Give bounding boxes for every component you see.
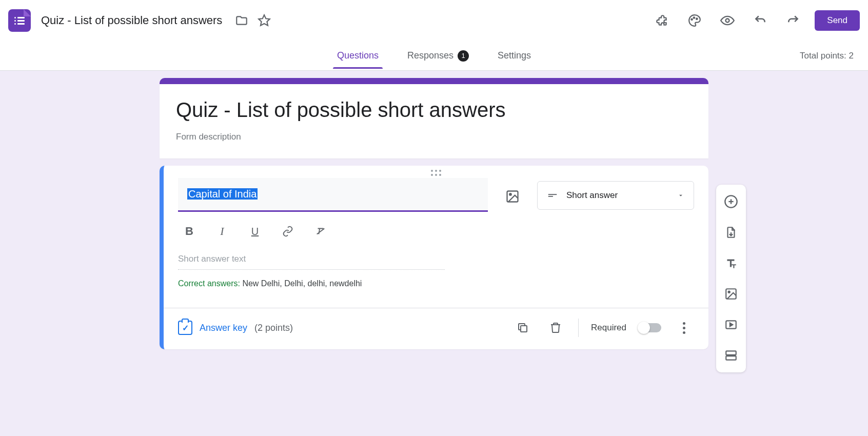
short-answer-icon (547, 190, 558, 201)
question-text-input[interactable]: Capital of India (178, 178, 488, 212)
tab-responses[interactable]: Responses 1 (403, 43, 473, 69)
add-section-button[interactable] (719, 344, 743, 367)
responses-count-badge: 1 (458, 50, 469, 62)
svg-point-4 (726, 19, 729, 23)
palette-icon (688, 14, 701, 27)
question-type-select[interactable]: Short answer (537, 181, 694, 210)
tab-settings[interactable]: Settings (494, 43, 535, 68)
move-to-folder-button[interactable] (230, 9, 253, 32)
svg-point-1 (692, 19, 693, 21)
tab-questions[interactable]: Questions (333, 43, 383, 68)
form-title-field[interactable]: Quiz - List of possible short answers (176, 98, 692, 122)
addons-button[interactable] (650, 9, 673, 32)
clear-format-icon (315, 226, 326, 237)
customize-theme-button[interactable] (683, 9, 706, 32)
required-toggle[interactable] (639, 323, 661, 332)
svg-rect-9 (521, 326, 527, 332)
duplicate-button[interactable] (512, 318, 533, 338)
more-options-button[interactable] (674, 318, 694, 338)
title-icon (724, 256, 738, 270)
form-header-card[interactable]: Quiz - List of possible short answers Fo… (160, 78, 708, 158)
question-card[interactable]: Capital of India Short answer (160, 166, 708, 349)
image-icon (505, 189, 520, 204)
answer-key-button[interactable]: ✓ Answer key (178, 321, 247, 335)
eye-icon (720, 13, 735, 28)
star-icon (258, 14, 271, 27)
svg-rect-17 (726, 351, 736, 355)
svg-point-6 (509, 193, 511, 195)
folder-icon (235, 14, 248, 27)
drag-handle[interactable] (164, 166, 708, 178)
svg-rect-7 (548, 194, 557, 195)
tabs-row: Questions Responses 1 Settings Total poi… (0, 41, 868, 71)
more-vertical-icon (683, 322, 685, 334)
undo-icon (754, 14, 767, 27)
tab-responses-label: Responses (407, 50, 453, 61)
section-icon (724, 349, 738, 362)
required-label: Required (591, 323, 626, 333)
send-button[interactable]: Send (815, 10, 860, 31)
delete-button[interactable] (545, 318, 566, 338)
svg-point-2 (694, 17, 695, 18)
italic-button[interactable]: I (213, 222, 231, 241)
redo-button[interactable] (782, 9, 804, 32)
import-questions-button[interactable] (719, 221, 743, 244)
add-image-side-button[interactable] (719, 282, 743, 306)
workspace: Quiz - List of possible short answers Fo… (0, 71, 868, 436)
link-button[interactable] (279, 222, 297, 241)
svg-rect-18 (726, 356, 736, 360)
redo-icon (786, 14, 800, 27)
clear-format-button[interactable] (311, 222, 330, 241)
forms-logo[interactable] (8, 9, 31, 32)
copy-icon (517, 322, 529, 334)
add-question-button[interactable] (719, 190, 743, 213)
correct-answers-row: Correct answers: New Delhi, Delhi, delhi… (178, 279, 694, 288)
puzzle-icon (655, 14, 668, 27)
image-icon (724, 287, 738, 301)
star-button[interactable] (253, 9, 275, 32)
add-image-button[interactable] (500, 184, 525, 209)
side-toolbar (716, 185, 746, 372)
undo-button[interactable] (749, 9, 772, 32)
question-type-label: Short answer (566, 190, 669, 201)
svg-point-3 (696, 18, 698, 19)
underline-button[interactable]: U (246, 222, 264, 241)
header: Quiz - List of possible short answers Se… (0, 0, 868, 41)
link-icon (282, 226, 293, 237)
correct-answers-values: New Delhi, Delhi, delhi, newdelhi (242, 279, 362, 288)
correct-answers-label: Correct answers: (178, 279, 242, 288)
format-toolbar: B I U (178, 216, 694, 251)
svg-point-14 (728, 291, 730, 293)
total-points: Total points: 2 (800, 51, 854, 61)
bold-button[interactable]: B (180, 222, 199, 241)
points-label: (2 points) (254, 323, 293, 333)
add-video-button[interactable] (719, 313, 743, 336)
svg-marker-0 (259, 15, 270, 26)
import-icon (724, 226, 738, 239)
plus-circle-icon (724, 194, 738, 209)
video-icon (724, 318, 738, 331)
dropdown-arrow-icon (677, 192, 684, 199)
form-description-field[interactable]: Form description (176, 132, 692, 142)
question-footer: ✓ Answer key (2 points) Required (164, 308, 708, 349)
add-title-button[interactable] (719, 251, 743, 275)
answer-preview-field: Short answer text (178, 251, 445, 270)
svg-rect-8 (548, 196, 553, 197)
answer-key-label: Answer key (200, 323, 247, 333)
answer-key-icon: ✓ (178, 321, 192, 335)
svg-marker-16 (730, 323, 733, 327)
form-title[interactable]: Quiz - List of possible short answers (41, 14, 222, 27)
preview-button[interactable] (716, 9, 739, 32)
trash-icon (549, 322, 562, 334)
